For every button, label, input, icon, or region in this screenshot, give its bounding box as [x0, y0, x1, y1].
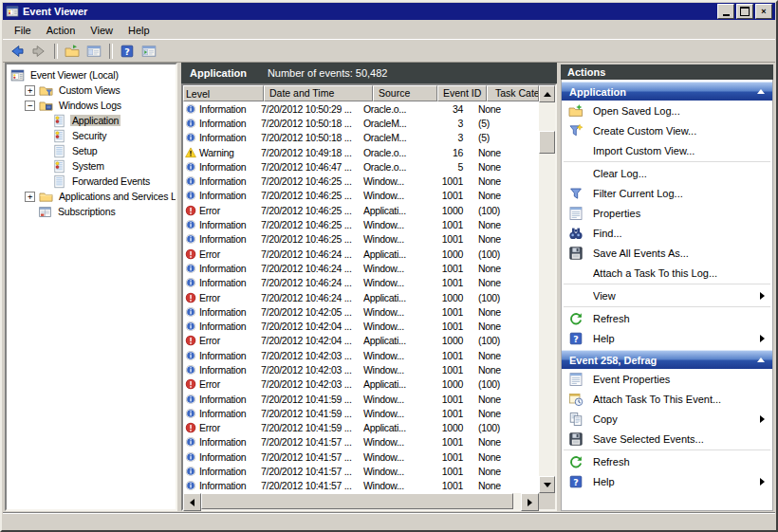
actions-section-event-258-defrag[interactable]: Event 258, Defrag: [562, 350, 772, 369]
table-row[interactable]: Error7/20/2012 10:41:59 ...Applicati...1…: [183, 421, 539, 435]
table-row[interactable]: Information7/20/2012 10:42:04 ...Window.…: [183, 319, 539, 333]
action-label: Filter Current Log...: [593, 188, 765, 199]
tree-item-setup[interactable]: Setup: [7, 143, 176, 158]
table-row[interactable]: Information7/20/2012 10:50:29 ...Oracle.…: [183, 101, 539, 116]
collapse-chevron-icon[interactable]: [757, 89, 765, 94]
table-row[interactable]: Information7/20/2012 10:41:57 ...Window.…: [183, 464, 539, 478]
column-header-task-category[interactable]: Task Category: [487, 85, 539, 101]
console-window-action-button[interactable]: [139, 42, 159, 61]
source-cell: Applicati...: [363, 422, 421, 433]
tree-item-system[interactable]: System: [7, 158, 176, 174]
table-row[interactable]: Error7/20/2012 10:46:24 ...Applicati...1…: [183, 247, 539, 261]
table-row[interactable]: Information7/20/2012 10:42:03 ...Window.…: [183, 348, 539, 362]
table-row[interactable]: Information7/20/2012 10:41:59 ...Window.…: [183, 392, 539, 406]
table-row[interactable]: Error7/20/2012 10:46:25 ...Applicati...1…: [183, 203, 539, 217]
action-filter-current-log[interactable]: Filter Current Log...: [562, 183, 772, 203]
back-button[interactable]: [7, 42, 28, 61]
tree-item-event-viewer-local[interactable]: Event Viewer (Local): [7, 67, 176, 83]
action-refresh[interactable]: Refresh: [562, 451, 772, 471]
console-window-button[interactable]: [83, 42, 104, 61]
scroll-right-button[interactable]: [521, 493, 539, 511]
table-row[interactable]: Error7/20/2012 10:42:03 ...Applicati...1…: [183, 377, 539, 392]
table-row[interactable]: Information7/20/2012 10:46:25 ...Window.…: [183, 217, 539, 231]
tree-item-applications-and-services-logs[interactable]: +Applications and Services Logs: [7, 189, 176, 204]
table-row[interactable]: Warning7/20/2012 10:49:18 ...Oracle.o...…: [183, 145, 539, 159]
action-create-custom-view[interactable]: Create Custom View...: [562, 120, 772, 140]
tree-item-application[interactable]: Application: [7, 113, 176, 128]
scroll-up-button[interactable]: [539, 85, 555, 102]
action-event-properties[interactable]: Event Properties: [562, 369, 772, 389]
expand-plus-icon[interactable]: +: [25, 192, 35, 202]
table-row[interactable]: Error7/20/2012 10:46:24 ...Applicati...1…: [183, 290, 539, 304]
tree-item-windows-logs[interactable]: −Windows Logs: [7, 98, 176, 113]
level-cell: Information: [183, 175, 261, 187]
table-row[interactable]: Information7/20/2012 10:41:57 ...Window.…: [183, 435, 539, 449]
tree-item-forwarded-events[interactable]: Forwarded Events: [7, 174, 176, 189]
action-find[interactable]: Find...: [562, 223, 772, 243]
table-row[interactable]: Information7/20/2012 10:50:18 ...OracleM…: [183, 116, 539, 130]
table-row[interactable]: Information7/20/2012 10:46:25 ...Window.…: [183, 174, 539, 188]
collapse-minus-icon[interactable]: −: [25, 101, 35, 111]
level-label: Information: [199, 132, 246, 143]
column-header-level[interactable]: Level: [183, 85, 264, 101]
action-open-saved-log[interactable]: Open Saved Log...: [562, 101, 772, 120]
table-row[interactable]: Information7/20/2012 10:46:25 ...Window.…: [183, 232, 539, 247]
close-button[interactable]: ×: [755, 4, 772, 19]
action-import-custom-view[interactable]: Import Custom View...: [562, 140, 772, 160]
table-row[interactable]: Information7/20/2012 10:46:25 ...Window.…: [183, 189, 539, 203]
action-refresh[interactable]: Refresh: [562, 308, 772, 328]
tree-item-custom-views[interactable]: +Custom Views: [7, 83, 176, 98]
actions-section-application[interactable]: Application: [562, 82, 772, 101]
column-header-date-and-time[interactable]: Date and Time: [264, 85, 373, 101]
action-attach-a-task-to-this-log[interactable]: Attach a Task To this Log...: [562, 263, 772, 283]
vertical-scroll-thumb[interactable]: [539, 131, 555, 154]
vertical-scroll-track[interactable]: [539, 102, 555, 476]
vertical-scrollbar[interactable]: [539, 85, 555, 493]
open-folder-button[interactable]: [62, 42, 83, 61]
table-row[interactable]: Information7/20/2012 10:42:03 ...Window.…: [183, 362, 539, 376]
minimize-button[interactable]: [717, 4, 734, 19]
table-row[interactable]: Error7/20/2012 10:42:04 ...Applicati...1…: [183, 334, 539, 348]
menu-item-view[interactable]: View: [83, 23, 120, 38]
action-view[interactable]: View: [562, 285, 772, 305]
task-category-cell: None: [471, 277, 539, 288]
help-button[interactable]: [117, 42, 138, 61]
action-label: Refresh: [593, 313, 765, 324]
scroll-down-button[interactable]: [539, 476, 555, 493]
event-log-icon: [52, 129, 66, 143]
action-copy[interactable]: Copy: [562, 409, 772, 429]
tree-item-security[interactable]: Security: [7, 128, 176, 143]
menu-item-help[interactable]: Help: [120, 23, 157, 38]
table-row[interactable]: Information7/20/2012 10:50:18 ...OracleM…: [183, 131, 539, 145]
maximize-button[interactable]: [736, 4, 753, 19]
expand-plus-icon[interactable]: +: [25, 85, 35, 96]
table-row[interactable]: Information7/20/2012 10:41:59 ...Window.…: [183, 406, 539, 420]
action-clear-log[interactable]: Clear Log...: [562, 163, 772, 183]
action-help[interactable]: Help: [562, 328, 772, 348]
table-row[interactable]: Information7/20/2012 10:41:57 ...Window.…: [183, 449, 539, 464]
action-properties[interactable]: Properties: [562, 203, 772, 223]
action-save-all-events-as[interactable]: Save All Events As...: [562, 243, 772, 263]
forward-button[interactable]: [28, 42, 49, 61]
horizontal-scroll-track[interactable]: [201, 493, 521, 509]
collapse-chevron-icon[interactable]: [757, 358, 765, 362]
menu-item-action[interactable]: Action: [39, 23, 83, 38]
table-row[interactable]: Information7/20/2012 10:42:05 ...Window.…: [183, 304, 539, 319]
action-help[interactable]: Help: [562, 471, 772, 491]
table-row[interactable]: Information7/20/2012 10:46:24 ...Window.…: [183, 276, 539, 290]
action-label: Properties: [593, 208, 765, 219]
column-header-source[interactable]: Source: [373, 85, 437, 101]
menu-item-file[interactable]: File: [7, 23, 39, 38]
horizontal-scrollbar[interactable]: [183, 493, 539, 509]
event-id-cell: 1001: [421, 321, 471, 332]
table-row[interactable]: Information7/20/2012 10:41:57 ...Window.…: [183, 479, 539, 493]
tree-item-subscriptions[interactable]: Subscriptions: [7, 204, 176, 219]
table-row[interactable]: Information7/20/2012 10:46:24 ...Window.…: [183, 261, 539, 275]
action-attach-task-to-this-event[interactable]: Attach Task To This Event...: [562, 389, 772, 409]
scroll-left-button[interactable]: [183, 493, 201, 511]
task-category-cell: None: [471, 103, 539, 115]
column-header-event-id[interactable]: Event ID: [437, 85, 487, 101]
action-save-selected-events[interactable]: Save Selected Events...: [562, 429, 772, 449]
horizontal-scroll-thumb[interactable]: [201, 493, 513, 509]
table-row[interactable]: Information7/20/2012 10:46:47 ...Oracle.…: [183, 159, 539, 174]
